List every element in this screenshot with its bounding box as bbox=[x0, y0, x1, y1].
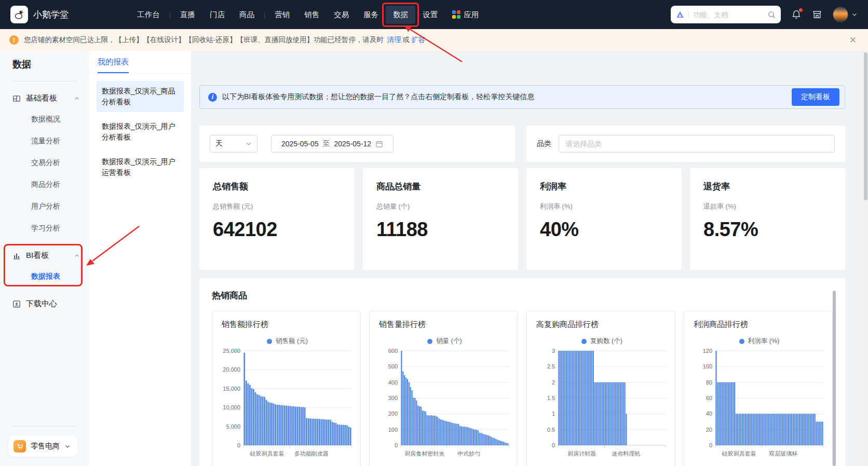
sidebar-item-流量分析[interactable]: 流量分析 bbox=[0, 130, 89, 152]
store-button[interactable] bbox=[812, 9, 822, 20]
reports-list: 数据报表_仅演示_商品分析看板数据报表_仅演示_用户分析看板数据报表_仅演示_用… bbox=[97, 81, 184, 183]
svg-text:3: 3 bbox=[552, 348, 555, 354]
download-icon bbox=[12, 300, 21, 308]
sidebar-item-商品分析[interactable]: 商品分析 bbox=[0, 173, 89, 195]
top-navbar: 小鹅学堂 工作台|直播门店商品|营销销售交易服务数据设置应用 bbox=[0, 0, 868, 29]
legend-dot-icon bbox=[267, 339, 272, 344]
charts-row: 销售额排行榜销售额 (元)05,00010,00015,00020,00025,… bbox=[212, 311, 833, 466]
expand-storage-link[interactable]: 扩容 bbox=[411, 36, 425, 44]
legend-dot-icon bbox=[427, 339, 432, 344]
category-filter-card: 品类 bbox=[526, 126, 845, 162]
nav-item-工作台[interactable]: 工作台 bbox=[130, 6, 167, 24]
nav-item-商品[interactable]: 商品 bbox=[232, 6, 262, 24]
stat-value: 40% bbox=[540, 218, 668, 241]
svg-text:双层玻璃杯: 双层玻璃杯 bbox=[769, 450, 798, 457]
svg-text:25,000: 25,000 bbox=[223, 348, 240, 354]
date-range-picker[interactable]: 2025-05-05 至 2025-05-12 bbox=[271, 135, 394, 153]
content-scrollbar-thumb[interactable] bbox=[833, 291, 836, 466]
svg-text:2.5: 2.5 bbox=[547, 363, 555, 369]
nav-item-数据[interactable]: 数据 bbox=[386, 6, 415, 24]
warning-conjunction: 或 bbox=[403, 36, 410, 44]
nav-item-应用[interactable]: 应用 bbox=[445, 6, 486, 24]
sidebar-item-学习分析[interactable]: 学习分析 bbox=[0, 217, 89, 239]
nav-item-直播[interactable]: 直播 bbox=[173, 6, 202, 24]
sidebar-group-基础看板[interactable]: 基础看板 bbox=[0, 89, 89, 108]
date-to-label: 至 bbox=[323, 139, 330, 148]
report-list-item[interactable]: 数据报表_仅演示_用户运营看板 bbox=[97, 152, 184, 183]
notification-badge bbox=[799, 8, 803, 12]
category-input[interactable] bbox=[559, 135, 835, 153]
stat-title: 退货率 bbox=[703, 181, 832, 193]
close-icon[interactable]: ✕ bbox=[847, 35, 859, 46]
svg-text:400: 400 bbox=[388, 379, 398, 386]
stat-title: 总销售额 bbox=[213, 181, 341, 193]
nav-item-交易[interactable]: 交易 bbox=[327, 6, 356, 24]
nav-item-label: 交易 bbox=[334, 10, 349, 20]
legend-dot-icon bbox=[581, 339, 587, 344]
tab-my-reports[interactable]: 我的报表 bbox=[98, 57, 129, 73]
svg-text:厨房计时器: 厨房计时器 bbox=[567, 450, 596, 457]
bar-chart-利润商品排行榜: 020406080100120硅胶厨具套装双层玻璃杯 bbox=[691, 348, 825, 459]
filter-row: 天 2025-05-05 至 2025-05-12 bbox=[199, 126, 845, 162]
window-scrollbar[interactable] bbox=[863, 51, 868, 466]
notifications-button[interactable] bbox=[791, 9, 802, 20]
sidebar-item-用户分析[interactable]: 用户分析 bbox=[0, 195, 89, 217]
chart-title: 高复购商品排行榜 bbox=[536, 320, 670, 330]
clean-up-link[interactable]: 清理 bbox=[387, 36, 401, 44]
user-avatar[interactable] bbox=[833, 7, 848, 22]
global-search[interactable] bbox=[671, 6, 781, 23]
stat-sublabel: 利润率 (%) bbox=[540, 202, 668, 211]
chevron-down-icon[interactable] bbox=[851, 11, 858, 18]
nav-item-销售[interactable]: 销售 bbox=[297, 6, 327, 24]
store-switcher-label: 零售电商 bbox=[31, 442, 60, 451]
sidebar-item-download-center[interactable]: 下载中心 bbox=[0, 294, 89, 313]
chart-legend: 复购数 (个) bbox=[534, 337, 670, 346]
sidebar-group-BI看板[interactable]: BI看板 bbox=[0, 246, 89, 265]
nav-item-label: 商品 bbox=[239, 10, 254, 20]
nav-item-设置[interactable]: 设置 bbox=[415, 6, 445, 24]
stat-card-利润率: 利润率利润率 (%)40% bbox=[526, 168, 682, 270]
search-input[interactable] bbox=[693, 11, 764, 19]
sidebar-item-交易分析[interactable]: 交易分析 bbox=[0, 152, 89, 173]
stat-title: 利润率 bbox=[540, 181, 668, 193]
svg-text:15,000: 15,000 bbox=[223, 386, 240, 392]
svg-text:迷你料理机: 迷你料理机 bbox=[612, 450, 641, 457]
nav-item-营销[interactable]: 营销 bbox=[267, 6, 297, 24]
nav-item-门店[interactable]: 门店 bbox=[202, 6, 232, 24]
sidebar-item-数据报表[interactable]: 数据报表 bbox=[0, 265, 89, 287]
store-switcher[interactable]: 零售电商 bbox=[8, 436, 78, 457]
svg-text:中式炒勺: 中式炒勺 bbox=[457, 450, 480, 457]
svg-text:硅胶厨具套装: 硅胶厨具套装 bbox=[722, 450, 756, 457]
svg-text:2: 2 bbox=[552, 379, 555, 386]
chevron-up-icon bbox=[74, 253, 80, 259]
svg-text:20,000: 20,000 bbox=[223, 366, 240, 373]
nav-item-服务[interactable]: 服务 bbox=[356, 6, 386, 24]
stat-sublabel: 总销量 (个) bbox=[376, 202, 505, 211]
svg-text:80: 80 bbox=[706, 379, 712, 386]
category-label: 品类 bbox=[537, 139, 551, 148]
customize-dashboard-button[interactable]: 定制看板 bbox=[792, 88, 839, 106]
ai-assistant-icon[interactable] bbox=[676, 10, 684, 19]
bi-info-banner: i 以下为BI看板体验专用测试数据；想让您的数据一目了然？点击右侧定制看板，轻松… bbox=[199, 85, 845, 109]
sidebar-divider bbox=[12, 81, 77, 81]
report-list-item[interactable]: 数据报表_仅演示_用户分析看板 bbox=[97, 116, 184, 147]
storage-warning-banner: ! 您店铺的素材空间已达上限，【上传】【在线设计】【回收站-还原】【班课、直播回… bbox=[0, 29, 868, 51]
legend-dot-icon bbox=[739, 339, 744, 344]
svg-text:厨房食材密封夹: 厨房食材密封夹 bbox=[404, 450, 444, 457]
chart-card-销售量排行榜: 销售量排行榜销量 (个)0100200300400500600厨房食材密封夹中式… bbox=[369, 311, 518, 466]
svg-text:0: 0 bbox=[709, 442, 712, 448]
report-list-item[interactable]: 数据报表_仅演示_商品分析看板 bbox=[97, 81, 184, 112]
period-select-value: 天 bbox=[215, 139, 223, 148]
svg-text:0: 0 bbox=[237, 442, 240, 448]
chevron-up-icon bbox=[74, 95, 80, 102]
window-scrollbar-thumb[interactable] bbox=[864, 52, 867, 200]
svg-text:1: 1 bbox=[552, 410, 555, 417]
sidebar-item-数据概况[interactable]: 数据概况 bbox=[0, 108, 89, 130]
search-icon[interactable] bbox=[768, 11, 776, 19]
legend-label: 利润率 (%) bbox=[748, 337, 779, 346]
legend-label: 复购数 (个) bbox=[590, 337, 622, 346]
nav-item-label: 应用 bbox=[464, 10, 479, 20]
brand-logo-icon bbox=[10, 6, 28, 23]
period-select[interactable]: 天 bbox=[210, 135, 257, 153]
svg-text:40: 40 bbox=[706, 410, 712, 417]
